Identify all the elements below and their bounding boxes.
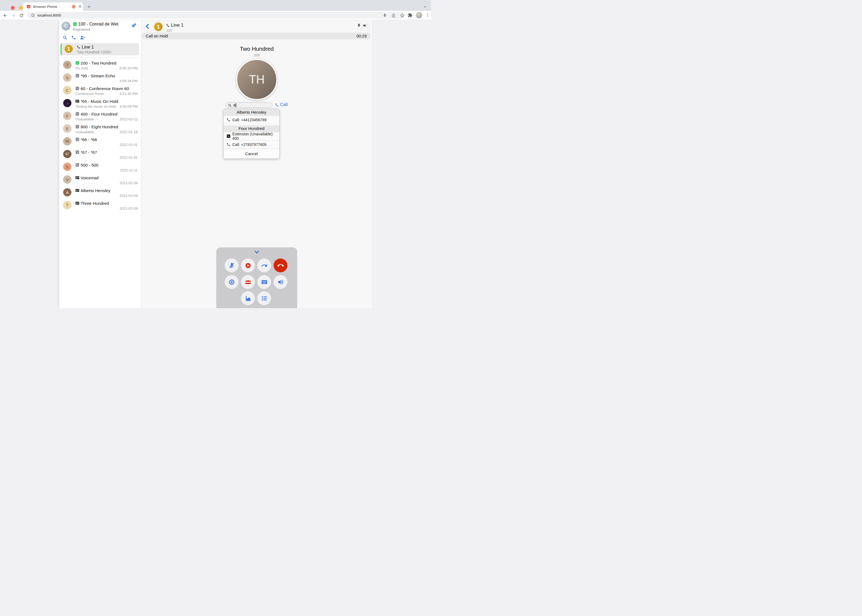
contact-avatar: F (63, 111, 72, 121)
hangup-icon (277, 262, 284, 269)
record-target-icon (229, 279, 235, 285)
dropdown-cancel-button[interactable]: Cancel (224, 149, 279, 159)
monitor-button[interactable] (225, 275, 239, 289)
bookmark-star-icon[interactable] (400, 13, 404, 17)
transfer-button[interactable] (257, 258, 271, 272)
search-icon (228, 104, 232, 107)
tab-search-chevron-icon[interactable] (423, 5, 427, 8)
sidebar-line-1-item[interactable]: 1 Line 1 Two Hundred <200> (60, 43, 139, 55)
settings-gear-icon[interactable] (132, 23, 136, 28)
contact-item[interactable]: ♪ *65 - Music On Hold Testing the music … (59, 97, 141, 110)
search-icon[interactable] (63, 35, 67, 40)
conference-icon (245, 279, 251, 285)
contact-title: 400 - Four Hundred (80, 112, 117, 116)
dropdown-option-label: Extension (Unavailable): 400 (232, 132, 279, 140)
bullet-list-icon (261, 295, 268, 302)
reload-button[interactable] (19, 13, 24, 18)
call-session-panel: 1 Line 1 200 Call on Hold 00:29 Two Hund… (142, 20, 373, 308)
contact-type-badge-icon (76, 99, 79, 103)
contact-title: *65 - Music On Hold (80, 99, 118, 104)
forward-button[interactable] (11, 13, 16, 18)
call-stats-button[interactable] (241, 291, 255, 305)
add-contact-icon[interactable] (80, 35, 85, 40)
new-tab-button[interactable] (87, 5, 91, 9)
phone-icon (275, 103, 279, 107)
share-icon[interactable] (391, 13, 396, 17)
speaker-loud-icon (277, 279, 284, 285)
contact-timestamp: 2021-02-09 (120, 194, 138, 198)
site-info-icon[interactable] (31, 13, 35, 17)
tab-title: Browser Phone (33, 5, 57, 9)
address-bar[interactable]: localhost:8000 (27, 12, 405, 19)
area-chart-icon (245, 295, 251, 302)
transfer-search-input[interactable]: 4 (225, 102, 273, 108)
contact-timestamp: 2021-02-09 (120, 181, 138, 185)
conference-button[interactable] (241, 275, 255, 289)
browser-profile-avatar[interactable] (416, 12, 422, 19)
tab-close-icon[interactable] (78, 5, 82, 8)
dial-icon[interactable] (71, 35, 76, 40)
contact-item[interactable]: C 60 - Conference Room 60 Conference Roo… (59, 84, 141, 97)
window-minimize-button[interactable] (19, 6, 23, 10)
call-status-text: Call on Hold (146, 34, 168, 38)
collapse-controls-chevron-icon[interactable] (254, 250, 260, 255)
back-button[interactable] (3, 13, 8, 18)
contact-title: *66 - *66 (80, 137, 97, 142)
speaker-button[interactable] (274, 275, 287, 289)
contact-item[interactable]: 66 *66 - *66 2022-01-01 (59, 135, 141, 148)
browser-tabstrip: Browser Phone (0, 0, 431, 11)
contact-item[interactable]: T 200 - Two Hundred On hold 5:00:20 PM (59, 59, 141, 72)
phone-icon (227, 143, 230, 146)
session-line-title: Line 1 (171, 22, 183, 28)
contact-type-badge-icon (76, 74, 79, 78)
contact-type-badge-icon (76, 112, 79, 116)
contact-item[interactable]: V Voicemail 2021-02-09 (59, 174, 141, 186)
contact-item[interactable]: 5 500 - 500 2021-11-11 (59, 161, 141, 174)
contact-type-badge-icon (76, 61, 79, 65)
browser-menu-icon[interactable] (425, 13, 430, 17)
mute-button[interactable] (225, 258, 239, 272)
contact-title: 800 - Eight Hundred (80, 124, 118, 129)
callee-number: 200 (254, 53, 260, 57)
dropdown-call-option[interactable]: Extension (Unavailable): 400 (224, 132, 279, 140)
contact-list: T 200 - Two Hundred On hold 5:00:20 PM S… (59, 59, 141, 212)
contact-avatar: ♪ (63, 99, 72, 108)
contact-item[interactable]: S *99 - Stream Echo 4:55:34 PM (59, 72, 141, 84)
browser-tab[interactable]: Browser Phone (23, 2, 83, 11)
dropdown-call-option[interactable]: Call: +44123456789 (224, 116, 279, 124)
recording-indicator-icon (72, 5, 76, 9)
profile-avatar: C (61, 21, 71, 31)
contact-item[interactable]: E 800 - Eight Hundred Unavailable 2022-0… (59, 123, 141, 135)
contact-item[interactable]: F 400 - Four Hundred Unavailable 2022-02… (59, 110, 141, 123)
contact-avatar: V (63, 175, 72, 184)
contact-item[interactable]: T Three Hundred 2021-02-09 (59, 199, 141, 212)
contact-subtitle: Unavailable (76, 130, 94, 134)
mic-muted-icon (229, 262, 235, 269)
session-line-number: 200 (166, 28, 172, 33)
contact-avatar: C (63, 86, 72, 95)
window-close-button[interactable] (11, 6, 15, 10)
contact-avatar: 67 (63, 149, 72, 159)
extensions-icon[interactable] (408, 13, 413, 17)
contact-timestamp: 5:00:20 PM (120, 66, 138, 70)
call-timer: 00:29 (356, 34, 367, 38)
record-button[interactable] (241, 258, 255, 272)
activity-button[interactable] (257, 291, 271, 305)
dropdown-call-option[interactable]: Call: +27837977605 (224, 140, 279, 149)
dropdown-contact-header: Alberto Hensley (224, 109, 279, 116)
contact-item[interactable]: A Alberto Hensley 2021-02-09 (59, 186, 141, 199)
end-call-button[interactable] (274, 258, 287, 272)
contact-timestamp: 2021-02-09 (120, 206, 138, 211)
contact-title: 60 - Conference Room 60 (80, 86, 129, 91)
dropdown-contact-header: Four Hundred (224, 125, 279, 132)
browser-toolbar: localhost:8000 (0, 11, 431, 20)
voice-search-icon[interactable] (383, 13, 387, 17)
keypad-button[interactable] (257, 275, 271, 289)
contact-avatar: 5 (63, 162, 72, 171)
contact-title: Alberto Hensley (80, 188, 110, 193)
contact-avatar: A (63, 188, 72, 197)
back-chevron-icon[interactable] (145, 23, 150, 29)
contact-type-badge-icon (76, 201, 79, 205)
contact-item[interactable]: 67 *67 - *67 2022-01-01 (59, 148, 141, 161)
phone-square-icon (227, 134, 230, 138)
